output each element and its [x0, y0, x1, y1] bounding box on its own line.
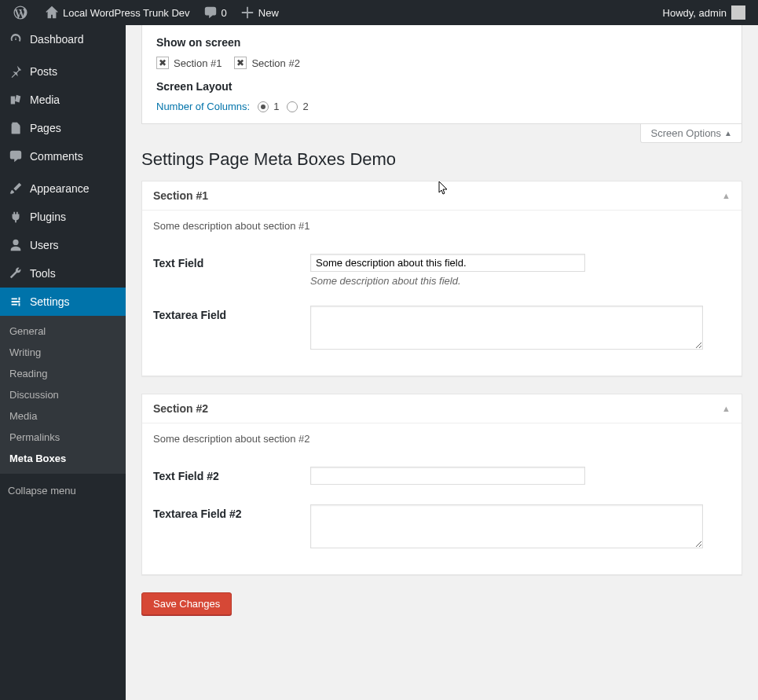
textarea-field-2-input[interactable] — [310, 504, 703, 548]
sidebar-label: Posts — [30, 65, 57, 78]
sidebar-item-tools[interactable]: Tools — [0, 259, 126, 288]
sidebar-label: Appearance — [30, 182, 90, 195]
show-on-screen-heading: Show on screen — [156, 36, 727, 49]
avatar — [731, 5, 745, 20]
collapse-label: Collapse menu — [8, 485, 76, 497]
submenu-item-meta-boxes[interactable]: Meta Boxes — [0, 448, 126, 469]
sidebar-item-comments[interactable]: Comments — [0, 142, 126, 170]
radio-label: 2 — [302, 101, 308, 112]
new-content-menu[interactable]: New — [233, 0, 285, 25]
account-menu[interactable]: Howdy, admin — [657, 0, 752, 25]
sidebar-label: Comments — [30, 150, 83, 163]
caret-up-icon: ▲ — [724, 129, 732, 137]
pages-icon — [8, 120, 24, 136]
sidebar-item-posts[interactable]: Posts — [0, 57, 126, 86]
user-icon — [8, 237, 24, 253]
field-label: Text Field #2 — [153, 457, 310, 495]
submenu-item-writing[interactable]: Writing — [0, 342, 126, 363]
radio-columns-2[interactable] — [287, 101, 298, 112]
metabox-section-2: Section #2 ▲ Some description about sect… — [141, 394, 742, 575]
submenu-item-media[interactable]: Media — [0, 405, 126, 427]
home-icon — [44, 5, 60, 20]
metabox-section-1: Section #1 ▲ Some description about sect… — [141, 181, 742, 376]
sidebar-label: Dashboard — [30, 33, 84, 46]
wordpress-logo-icon — [13, 5, 28, 20]
sidebar-item-users[interactable]: Users — [0, 231, 126, 259]
metabox-toggle-icon[interactable]: ▲ — [722, 404, 731, 413]
settings-icon — [8, 294, 24, 310]
site-name-menu[interactable]: Local WordPress Trunk Dev — [38, 0, 196, 25]
sidebar-label: Media — [30, 93, 60, 106]
checkbox-label: Section #2 — [251, 57, 299, 69]
text-field-input[interactable] — [310, 254, 585, 272]
sidebar-label: Settings — [30, 295, 70, 308]
sidebar-item-settings[interactable]: Settings — [0, 288, 126, 316]
metabox-description: Some description about section #1 — [153, 220, 731, 232]
collapse-menu-button[interactable]: Collapse menu — [0, 478, 126, 503]
checkbox-icon: ✖ — [234, 57, 247, 69]
admin-sidebar: Dashboard Posts Media Pages Comments App… — [0, 25, 126, 700]
sidebar-item-appearance[interactable]: Appearance — [0, 174, 126, 203]
plug-icon — [8, 209, 24, 225]
screen-options-panel: Show on screen ✖ Section #1 ✖ Section #2… — [141, 25, 742, 124]
pin-icon — [8, 64, 24, 79]
dashboard-icon — [8, 31, 24, 47]
submenu-item-reading[interactable]: Reading — [0, 363, 126, 384]
wp-logo-menu[interactable] — [6, 0, 38, 25]
metabox-title: Section #2 — [153, 402, 208, 415]
radio-columns-1[interactable] — [258, 101, 269, 112]
wrench-icon — [8, 266, 24, 281]
checkbox-label: Section #1 — [174, 57, 222, 69]
field-description: Some description about this field. — [310, 275, 731, 287]
howdy-label: Howdy, admin — [663, 7, 727, 19]
new-label: New — [258, 7, 279, 19]
site-name-label: Local WordPress Trunk Dev — [63, 7, 190, 19]
field-label: Textarea Field #2 — [153, 495, 310, 560]
metabox-title: Section #1 — [153, 189, 208, 202]
page-title: Settings Page Meta Boxes Demo — [141, 143, 742, 170]
checkbox-icon: ✖ — [156, 57, 169, 69]
screen-options-tab[interactable]: Screen Options ▲ — [640, 124, 742, 143]
save-changes-button[interactable]: Save Changes — [141, 592, 232, 615]
brush-icon — [8, 181, 24, 196]
admin-toolbar: Local WordPress Trunk Dev 0 New Howdy, a… — [0, 0, 758, 25]
columns-label: Number of Columns: — [156, 101, 250, 112]
sidebar-item-media[interactable]: Media — [0, 86, 126, 114]
screen-options-tab-label: Screen Options — [650, 127, 721, 139]
textarea-field-input[interactable] — [310, 306, 703, 350]
settings-submenu: General Writing Reading Discussion Media… — [0, 316, 126, 474]
text-field-2-input[interactable] — [310, 467, 585, 485]
metabox-toggle-icon[interactable]: ▲ — [722, 191, 731, 200]
comments-count: 0 — [222, 7, 227, 19]
checkbox-section-1[interactable]: ✖ Section #1 — [156, 57, 222, 69]
sidebar-label: Plugins — [30, 211, 66, 223]
metabox-header[interactable]: Section #1 ▲ — [142, 181, 742, 211]
media-icon — [8, 92, 24, 108]
checkbox-section-2[interactable]: ✖ Section #2 — [234, 57, 299, 69]
submenu-item-general[interactable]: General — [0, 321, 126, 342]
screen-layout-heading: Screen Layout — [156, 80, 727, 93]
sidebar-item-plugins[interactable]: Plugins — [0, 203, 126, 231]
sidebar-label: Tools — [30, 267, 56, 280]
sidebar-item-pages[interactable]: Pages — [0, 114, 126, 142]
field-label: Textarea Field — [153, 296, 310, 361]
main-content: Show on screen ✖ Section #1 ✖ Section #2… — [126, 25, 758, 700]
metabox-description: Some description about section #2 — [153, 433, 731, 445]
comments-menu[interactable]: 0 — [196, 0, 233, 25]
comment-icon — [203, 5, 218, 20]
submenu-item-discussion[interactable]: Discussion — [0, 384, 126, 405]
sidebar-item-dashboard[interactable]: Dashboard — [0, 25, 126, 53]
submenu-item-permalinks[interactable]: Permalinks — [0, 427, 126, 448]
field-label: Text Field — [153, 244, 310, 296]
plus-icon — [240, 5, 255, 20]
sidebar-label: Pages — [30, 122, 61, 134]
metabox-header[interactable]: Section #2 ▲ — [142, 394, 742, 423]
sidebar-label: Users — [30, 239, 59, 251]
comment-icon — [8, 148, 24, 164]
radio-label: 1 — [273, 101, 279, 112]
